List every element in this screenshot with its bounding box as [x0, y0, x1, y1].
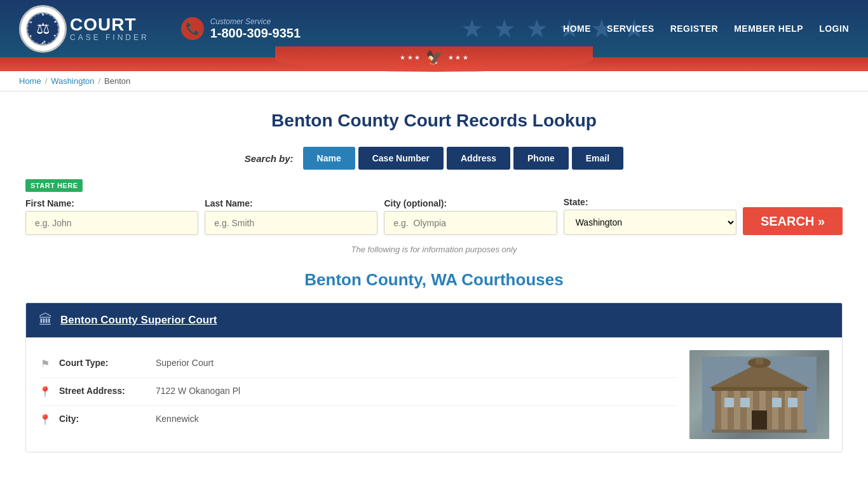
city-label: City (optional): [384, 198, 557, 208]
svg-rect-21 [712, 430, 807, 433]
last-name-group: Last Name: [205, 198, 377, 235]
cs-number: 1-800-309-9351 [210, 26, 301, 41]
phone-icon: 📞 [181, 17, 204, 40]
svg-rect-24 [740, 398, 750, 407]
search-by-label: Search by: [245, 153, 294, 164]
street-address-value: 7122 W Okanogan Pl [156, 386, 240, 396]
first-name-input[interactable] [25, 211, 198, 235]
last-name-label: Last Name: [205, 198, 377, 208]
svg-rect-20 [712, 387, 807, 391]
main-nav: HOME SERVICES REGISTER MEMBER HELP LOGIN [563, 24, 849, 34]
eagle-icon: 🦅 [426, 50, 443, 66]
court-card-header: 🏛 Benton County Superior Court [26, 303, 842, 337]
svg-rect-28 [756, 358, 763, 364]
customer-service: 📞 Customer Service 1-800-309-9351 [181, 17, 301, 41]
logo-emblem-icon: ⚖ ★ ★ ★ ★ ★ ★ ★ [25, 11, 60, 46]
logo-text: COURT CASE FINDER [70, 16, 149, 41]
state-group: State: Washington Alabama Alaska Arizona… [564, 197, 736, 235]
page-title: Benton County Court Records Lookup [25, 111, 843, 131]
svg-rect-18 [797, 385, 804, 430]
svg-text:⚖: ⚖ [36, 19, 50, 36]
court-type-label: Court Type: [59, 358, 148, 368]
arch-curve: ★ ★ ★ 🦅 ★ ★ ★ [275, 46, 593, 72]
tab-name[interactable]: Name [303, 147, 355, 170]
court-name-link[interactable]: Benton County Superior Court [60, 314, 217, 327]
court-card: 🏛 Benton County Superior Court ⚑ Court T… [25, 302, 843, 452]
court-city-row: 📍 City: Kennewick [39, 406, 677, 433]
nav-home[interactable]: HOME [563, 24, 591, 34]
logo-badge: ⚖ ★ ★ ★ ★ ★ ★ ★ [19, 5, 67, 53]
breadcrumb-sep-2: / [98, 76, 100, 86]
breadcrumb: Home / Washington / Benton [0, 71, 868, 92]
court-card-body: ⚑ Court Type: Superior Court 📍 Street Ad… [26, 337, 842, 452]
nav-login[interactable]: LOGIN [819, 24, 849, 34]
city-detail-value: Kennewick [156, 414, 199, 424]
tab-case-number[interactable]: Case Number [358, 147, 444, 170]
start-here-badge: START HERE [25, 179, 83, 192]
court-type-icon: ⚑ [39, 358, 51, 370]
courthouses-title: Benton County, WA Courthouses [25, 270, 843, 290]
breadcrumb-sep-1: / [45, 76, 48, 86]
logo-area[interactable]: ⚖ ★ ★ ★ ★ ★ ★ ★ COURT CASE FINDER [19, 5, 149, 53]
courthouse-building-svg [702, 356, 817, 433]
state-label: State: [564, 197, 736, 207]
breadcrumb-washington[interactable]: Washington [51, 76, 94, 86]
court-address-row: 📍 Street Address: 7122 W Okanogan Pl [39, 378, 677, 406]
star-decor: ★ [526, 14, 548, 43]
court-type-value: Superior Court [156, 358, 214, 368]
svg-rect-22 [752, 410, 767, 430]
city-detail-label: City: [59, 414, 148, 424]
svg-rect-25 [772, 398, 782, 407]
city-icon: 📍 [39, 414, 51, 426]
cs-text: Customer Service 1-800-309-9351 [210, 17, 301, 41]
cs-label: Customer Service [210, 17, 301, 26]
nav-services[interactable]: SERVICES [607, 24, 654, 34]
nav-member-help[interactable]: MEMBER HELP [734, 24, 803, 34]
court-type-row: ⚑ Court Type: Superior Court [39, 350, 677, 378]
search-form-section: START HERE First Name: Last Name: City (… [25, 179, 843, 235]
logo-casefinder-label: CASE FINDER [70, 34, 149, 41]
svg-text:★: ★ [41, 41, 44, 44]
tab-address[interactable]: Address [447, 147, 510, 170]
first-name-label: First Name: [25, 198, 198, 208]
arch-banner: ★ ★ ★ 🦅 ★ ★ ★ [0, 57, 868, 71]
eagle-star-left: ★ ★ ★ [400, 54, 421, 61]
tab-phone[interactable]: Phone [513, 147, 569, 170]
city-input[interactable] [384, 211, 557, 235]
svg-text:★: ★ [41, 13, 44, 17]
star-decor: ★ [493, 14, 516, 43]
main-content: Benton County Court Records Lookup Searc… [0, 92, 868, 471]
svg-rect-23 [724, 398, 734, 407]
last-name-input[interactable] [205, 211, 377, 235]
breadcrumb-home[interactable]: Home [19, 76, 41, 86]
search-by-row: Search by: Name Case Number Address Phon… [25, 147, 843, 170]
svg-rect-26 [788, 398, 797, 407]
court-details: ⚑ Court Type: Superior Court 📍 Street Ad… [39, 350, 677, 439]
street-address-label: Street Address: [59, 386, 148, 396]
info-text: The following is for information purpose… [25, 245, 843, 254]
address-icon: 📍 [39, 386, 51, 398]
state-select[interactable]: Washington Alabama Alaska Arizona Califo… [564, 210, 736, 235]
svg-rect-13 [734, 385, 740, 430]
court-image [689, 350, 829, 439]
eagle-star-right: ★ ★ ★ [448, 54, 469, 61]
star-decor: ★ [461, 14, 484, 43]
city-group: City (optional): [384, 198, 557, 235]
search-button[interactable]: SEARCH » [743, 207, 843, 235]
tab-email[interactable]: Email [572, 147, 623, 170]
logo-court-label: COURT [70, 16, 149, 34]
first-name-group: First Name: [25, 198, 198, 235]
nav-register[interactable]: REGISTER [670, 24, 719, 34]
breadcrumb-benton: Benton [104, 76, 130, 86]
eagle-area: ★ ★ ★ 🦅 ★ ★ ★ [400, 50, 468, 66]
court-image-placeholder [689, 350, 829, 439]
courthouse-icon: 🏛 [39, 312, 53, 329]
form-row: First Name: Last Name: City (optional): … [25, 197, 843, 235]
